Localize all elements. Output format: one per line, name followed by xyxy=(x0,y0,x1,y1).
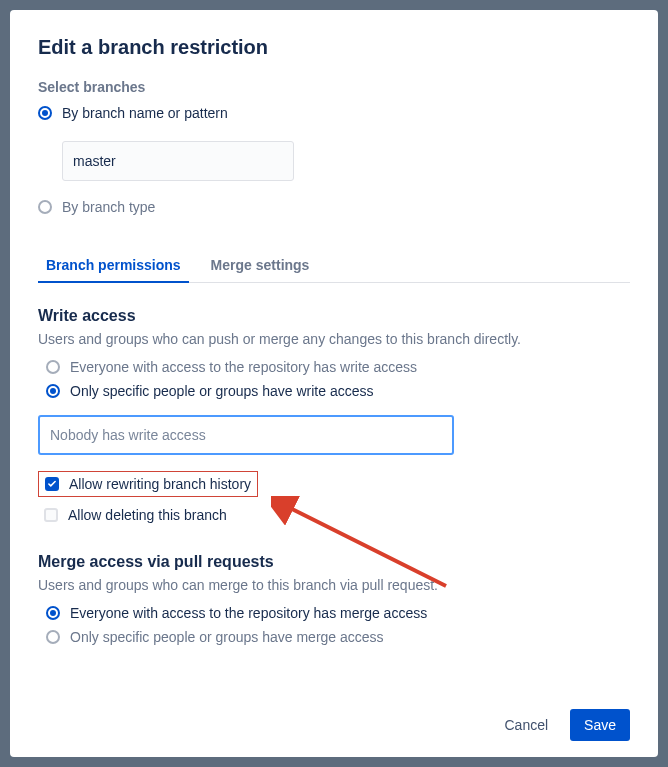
merge-access-title: Merge access via pull requests xyxy=(38,553,630,571)
branch-name-input[interactable] xyxy=(62,141,294,181)
radio-merge-specific-row[interactable]: Only specific people or groups have merg… xyxy=(46,629,630,645)
checkbox-delete-row[interactable]: Allow deleting this branch xyxy=(44,507,630,523)
write-access-title: Write access xyxy=(38,307,630,325)
radio-merge-specific-label: Only specific people or groups have merg… xyxy=(70,629,384,645)
write-access-people-input[interactable] xyxy=(38,415,454,455)
tabs: Branch permissions Merge settings xyxy=(38,251,630,283)
radio-by-pattern-row[interactable]: By branch name or pattern xyxy=(38,105,630,121)
tab-branch-permissions[interactable]: Branch permissions xyxy=(38,251,189,283)
radio-merge-everyone-row[interactable]: Everyone with access to the repository h… xyxy=(46,605,630,621)
checkbox-rewrite-row[interactable]: Allow rewriting branch history xyxy=(45,476,251,492)
radio-by-type-label: By branch type xyxy=(62,199,155,215)
cancel-button[interactable]: Cancel xyxy=(494,709,558,741)
dialog-title: Edit a branch restriction xyxy=(38,36,630,59)
checkbox-checked-icon xyxy=(45,477,59,491)
radio-write-specific-row[interactable]: Only specific people or groups have writ… xyxy=(46,383,630,399)
tab-merge-settings[interactable]: Merge settings xyxy=(203,251,318,283)
radio-unchecked-icon xyxy=(46,360,60,374)
checkbox-unchecked-icon xyxy=(44,508,58,522)
radio-checked-icon xyxy=(46,606,60,620)
radio-unchecked-icon xyxy=(46,630,60,644)
radio-unchecked-icon xyxy=(38,200,52,214)
radio-checked-icon xyxy=(38,106,52,120)
radio-write-specific-label: Only specific people or groups have writ… xyxy=(70,383,373,399)
write-access-desc: Users and groups who can push or merge a… xyxy=(38,331,630,347)
merge-access-desc: Users and groups who can merge to this b… xyxy=(38,577,630,593)
radio-by-pattern-label: By branch name or pattern xyxy=(62,105,228,121)
highlighted-checkbox-container: Allow rewriting branch history xyxy=(38,471,258,497)
radio-write-everyone-label: Everyone with access to the repository h… xyxy=(70,359,417,375)
radio-checked-icon xyxy=(46,384,60,398)
save-button[interactable]: Save xyxy=(570,709,630,741)
radio-write-everyone-row[interactable]: Everyone with access to the repository h… xyxy=(46,359,630,375)
radio-merge-everyone-label: Everyone with access to the repository h… xyxy=(70,605,427,621)
dialog-footer: Cancel Save xyxy=(38,697,630,741)
select-branches-label: Select branches xyxy=(38,79,630,95)
edit-branch-restriction-dialog: Edit a branch restriction Select branche… xyxy=(10,10,658,757)
checkbox-delete-label: Allow deleting this branch xyxy=(68,507,227,523)
radio-by-type-row[interactable]: By branch type xyxy=(38,199,630,215)
checkbox-rewrite-label: Allow rewriting branch history xyxy=(69,476,251,492)
